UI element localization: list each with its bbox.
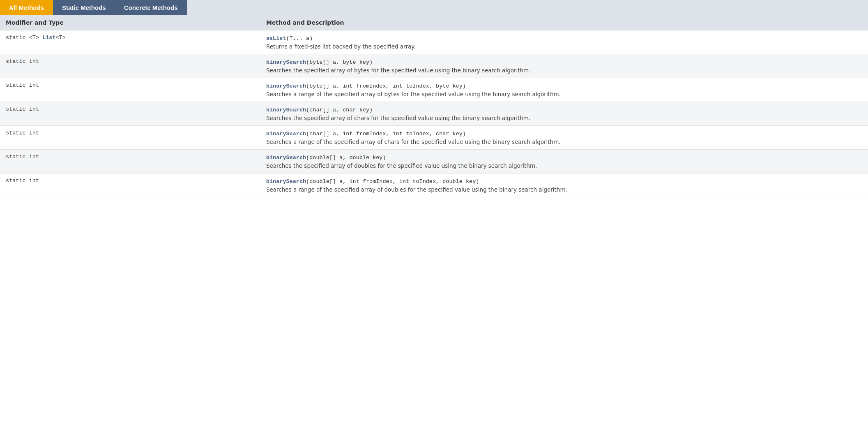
modifier-cell: static int — [0, 174, 260, 197]
tab-concrete-methods[interactable]: Concrete Methods — [115, 0, 187, 15]
modifier-cell: static int — [0, 54, 260, 78]
modifier-cell: static int — [0, 150, 260, 174]
header-method: Method and Description — [260, 15, 868, 30]
method-signature-line: binarySearch(byte[] a, int fromIndex, in… — [266, 82, 862, 89]
method-cell: asList(T... a)Returns a fixed-size list … — [260, 30, 868, 54]
method-signature-line: binarySearch(byte[] a, byte key) — [266, 58, 862, 65]
method-cell: binarySearch(byte[] a, byte key)Searches… — [260, 54, 868, 78]
table-row: static intbinarySearch(byte[] a, int fro… — [0, 78, 868, 102]
tab-bar: All Methods Static Methods Concrete Meth… — [0, 0, 868, 15]
method-link[interactable]: binarySearch — [266, 59, 306, 65]
tab-all-methods[interactable]: All Methods — [0, 0, 53, 15]
method-description: Searches a range of the specified array … — [266, 91, 862, 97]
method-params: (char[] a, char key) — [306, 107, 373, 113]
list-type-link[interactable]: List — [42, 35, 55, 41]
table-row: static intbinarySearch(double[] a, doubl… — [0, 150, 868, 174]
method-link[interactable]: binarySearch — [266, 107, 306, 113]
method-params: (T... a) — [286, 35, 313, 42]
method-description: Searches a range of the specified array … — [266, 186, 862, 193]
table-row: static intbinarySearch(byte[] a, byte ke… — [0, 54, 868, 78]
method-cell: binarySearch(char[] a, char key)Searches… — [260, 102, 868, 126]
method-signature-line: binarySearch(char[] a, int fromIndex, in… — [266, 130, 862, 137]
methods-table: Modifier and Type Method and Description… — [0, 15, 868, 197]
method-description: Searches the specified array of bytes fo… — [266, 67, 862, 74]
table-row: static intbinarySearch(char[] a, int fro… — [0, 126, 868, 150]
method-link[interactable]: binarySearch — [266, 131, 306, 137]
modifier-cell: static int — [0, 102, 260, 126]
method-link[interactable]: binarySearch — [266, 178, 306, 185]
method-cell: binarySearch(double[] a, int fromIndex, … — [260, 174, 868, 197]
method-cell: binarySearch(char[] a, int fromIndex, in… — [260, 126, 868, 150]
table-row: static <T> List<T>asList(T... a)Returns … — [0, 30, 868, 54]
method-params: (char[] a, int fromIndex, int toIndex, c… — [306, 131, 466, 137]
modifier-cell: static int — [0, 78, 260, 102]
table-header: Modifier and Type Method and Description — [0, 15, 868, 30]
method-signature-line: asList(T... a) — [266, 35, 862, 42]
method-signature-line: binarySearch(char[] a, char key) — [266, 106, 862, 113]
method-signature-line: binarySearch(double[] a, double key) — [266, 154, 862, 161]
method-description: Searches the specified array of chars fo… — [266, 115, 862, 121]
method-link[interactable]: binarySearch — [266, 83, 306, 89]
method-signature-line: binarySearch(double[] a, int fromIndex, … — [266, 178, 862, 185]
method-params: (double[] a, double key) — [306, 155, 386, 161]
header-modifier: Modifier and Type — [0, 15, 260, 30]
method-link[interactable]: asList — [266, 35, 286, 42]
method-params: (byte[] a, int fromIndex, int toIndex, b… — [306, 83, 466, 89]
method-params: (double[] a, int fromIndex, int toIndex,… — [306, 178, 479, 185]
table-row: static intbinarySearch(char[] a, char ke… — [0, 102, 868, 126]
method-description: Searches a range of the specified array … — [266, 139, 862, 145]
method-cell: binarySearch(double[] a, double key)Sear… — [260, 150, 868, 174]
method-link[interactable]: binarySearch — [266, 155, 306, 161]
method-description: Searches the specified array of doubles … — [266, 162, 862, 169]
tab-static-methods[interactable]: Static Methods — [53, 0, 115, 15]
method-params: (byte[] a, byte key) — [306, 59, 373, 65]
modifier-cell: static <T> List<T> — [0, 30, 260, 54]
table-row: static intbinarySearch(double[] a, int f… — [0, 174, 868, 197]
method-description: Returns a fixed-size list backed by the … — [266, 43, 862, 50]
method-cell: binarySearch(byte[] a, int fromIndex, in… — [260, 78, 868, 102]
modifier-cell: static int — [0, 126, 260, 150]
